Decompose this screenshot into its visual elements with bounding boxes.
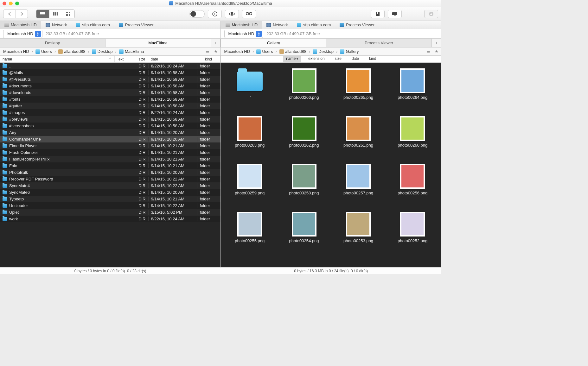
view-columns-icon[interactable] bbox=[49, 10, 62, 18]
nav-forward[interactable] bbox=[16, 10, 28, 18]
sort-date[interactable]: date bbox=[348, 56, 362, 62]
info-button[interactable]: i bbox=[208, 10, 222, 18]
file-size: DIR bbox=[128, 130, 148, 135]
col-name[interactable]: name⌃ bbox=[0, 56, 115, 62]
breadcrumb-segment[interactable]: Users bbox=[35, 49, 52, 54]
grid-item[interactable]: photo00253.png bbox=[333, 212, 384, 258]
drive-selector-left[interactable]: Macintosh HD bbox=[3, 30, 42, 38]
pane-tab[interactable]: Desktop bbox=[0, 39, 105, 47]
grid-item[interactable]: photo00260.png bbox=[387, 116, 438, 162]
breadcrumb-segment[interactable]: Gallery bbox=[340, 49, 359, 54]
breadcrumb-segment[interactable]: Desktop bbox=[92, 49, 113, 54]
pane-tab[interactable]: MacEltima bbox=[105, 39, 211, 47]
file-row[interactable]: Recover PDF PasswordDIR9/14/15, 10:22 AM… bbox=[0, 176, 220, 182]
file-row[interactable]: @PressKitsDIR9/14/15, 10:58 AMfolder bbox=[0, 76, 220, 83]
grid-item[interactable]: photo00258.png bbox=[278, 164, 329, 210]
grid-item[interactable]: photo00261.png bbox=[333, 116, 384, 162]
grid-item[interactable]: photo00262.png bbox=[278, 116, 329, 162]
file-row[interactable]: UpletDIR3/15/16, 5:02 PMfolder bbox=[0, 209, 220, 216]
pane-tab[interactable]: Gallery bbox=[221, 39, 327, 47]
file-row[interactable]: #previewsDIR9/14/15, 10:58 AMfolder bbox=[0, 116, 220, 123]
grid-item[interactable]: photo00259.png bbox=[224, 164, 275, 210]
file-row[interactable]: TypeetoDIR9/14/15, 10:21 AMfolder bbox=[0, 196, 220, 202]
file-date: 9/14/15, 10:58 AM bbox=[148, 123, 197, 128]
file-row[interactable]: #fontsDIR9/14/15, 10:58 AMfolder bbox=[0, 96, 220, 103]
view-grid-icon[interactable] bbox=[62, 10, 74, 18]
grid-item[interactable]: photo00252.png bbox=[387, 212, 438, 258]
favorite-icon[interactable]: ★ bbox=[213, 49, 219, 54]
view-list-icon[interactable] bbox=[36, 10, 49, 18]
shortcut-sftp-eltima-com[interactable]: sftp.eltima.com bbox=[71, 21, 114, 29]
shortcut-process-viewer[interactable]: Process Viewer bbox=[335, 21, 379, 29]
connection-button[interactable] bbox=[388, 10, 402, 18]
grid-item[interactable]: photo00256.png bbox=[387, 164, 438, 210]
grid-item[interactable]: .. bbox=[224, 68, 275, 114]
archive-button[interactable] bbox=[371, 10, 385, 18]
grid-item[interactable]: photo00255.png bbox=[224, 212, 275, 258]
shortcut-label: Macintosh HD bbox=[11, 22, 37, 27]
favorite-icon[interactable]: ★ bbox=[434, 49, 439, 54]
file-row[interactable]: #downloadsDIR9/14/15, 10:58 AMfolder bbox=[0, 89, 220, 96]
file-row[interactable]: workDIR8/22/16, 10:24 AMfolder bbox=[0, 216, 220, 222]
grid-item[interactable]: photo00254.png bbox=[278, 212, 329, 258]
pane-tab[interactable]: Process Viewer bbox=[326, 39, 432, 47]
shortcut-network[interactable]: Network bbox=[41, 21, 72, 29]
folder-icon bbox=[3, 98, 7, 101]
shortcut-network[interactable]: Network bbox=[262, 21, 292, 29]
col-size[interactable]: size bbox=[128, 56, 148, 62]
grid-item[interactable]: photo00265.png bbox=[333, 68, 384, 114]
file-row[interactable]: Elmedia PlayerDIR9/14/15, 10:21 AMfolder bbox=[0, 142, 220, 149]
grid-item[interactable]: photo00263.png bbox=[224, 116, 275, 162]
file-row[interactable]: PhotoBulkDIR9/14/15, 10:20 AMfolder bbox=[0, 169, 220, 176]
breadcrumb-left[interactable]: Macintosh HD›Users›allantodd88›Desktop›M… bbox=[2, 49, 202, 54]
breadcrumb-segment[interactable]: Macintosh HD bbox=[2, 49, 29, 54]
queue-button[interactable] bbox=[424, 10, 438, 18]
drive-selector-right[interactable]: Macintosh HD bbox=[224, 30, 264, 38]
shortcut-label: Network bbox=[52, 22, 67, 27]
breadcrumb-segment[interactable]: Users bbox=[256, 49, 273, 54]
file-row[interactable]: SyncMate4DIR9/14/15, 10:22 AMfolder bbox=[0, 182, 220, 189]
file-row[interactable]: ..DIR8/22/16, 10:24 AMfolder bbox=[0, 63, 220, 69]
sort-size[interactable]: size bbox=[332, 56, 345, 62]
history-icon[interactable]: ☰ bbox=[425, 49, 431, 54]
add-tab-button[interactable]: + bbox=[432, 39, 441, 47]
file-row[interactable]: #gutterDIR9/14/15, 10:58 AMfolder bbox=[0, 103, 220, 109]
shortcut-process-viewer[interactable]: Process Viewer bbox=[114, 21, 158, 29]
breadcrumb-segment[interactable]: allantodd88 bbox=[58, 49, 85, 54]
file-row[interactable]: Commander OneDIR9/14/15, 10:20 AMfolder bbox=[0, 136, 220, 142]
shortcut-macintosh-hd[interactable]: Macintosh HD bbox=[221, 21, 262, 29]
file-row[interactable]: AiryDIR9/14/15, 10:20 AMfolder bbox=[0, 129, 220, 136]
drive-row: Macintosh HD 202.33 GB of 499.07 GB free… bbox=[0, 29, 441, 39]
col-ext[interactable]: ext bbox=[115, 56, 128, 62]
quicklook-button[interactable] bbox=[225, 10, 239, 18]
hidden-files-toggle[interactable] bbox=[189, 10, 205, 18]
breadcrumb-right[interactable]: Macintosh HD›Users›allantodd88›Desktop›G… bbox=[223, 49, 423, 54]
file-row[interactable]: FlashDecompilerTrillixDIR9/14/15, 10:21 … bbox=[0, 156, 220, 162]
shortcut-sftp-eltima-com[interactable]: sftp.eltima.com bbox=[292, 21, 335, 29]
file-row[interactable]: SyncMate6DIR9/14/15, 10:20 AMfolder bbox=[0, 189, 220, 196]
breadcrumb-segment[interactable]: allantodd88 bbox=[279, 49, 306, 54]
history-icon[interactable]: ☰ bbox=[205, 49, 210, 54]
grid-item[interactable]: photo00264.png bbox=[387, 68, 438, 114]
file-row[interactable]: #screenshotsDIR9/14/15, 10:58 AMfolder bbox=[0, 123, 220, 129]
breadcrumb-segment[interactable]: Macintosh HD bbox=[223, 49, 250, 54]
file-row[interactable]: FolxDIR9/14/15, 10:21 AMfolder bbox=[0, 162, 220, 169]
sort-name[interactable]: name▾ bbox=[283, 56, 301, 62]
sort-extension[interactable]: extension bbox=[305, 56, 328, 62]
file-row[interactable]: #imagesDIR8/22/16, 10:24 AMfolder bbox=[0, 109, 220, 116]
file-row[interactable]: @MailsDIR9/14/15, 10:58 AMfolder bbox=[0, 69, 220, 76]
col-kind[interactable]: kind bbox=[197, 56, 220, 62]
col-date[interactable]: date bbox=[148, 56, 197, 62]
breadcrumb-segment[interactable]: MacEltima bbox=[119, 49, 144, 54]
sort-kind[interactable]: kind bbox=[366, 56, 379, 62]
grid-item[interactable]: photo00266.png bbox=[278, 68, 329, 114]
file-row[interactable]: #documentsDIR9/14/15, 10:58 AMfolder bbox=[0, 83, 220, 89]
grid-item[interactable]: photo00257.png bbox=[333, 164, 384, 210]
file-row[interactable]: UnclouderDIR9/14/15, 10:22 AMfolder bbox=[0, 202, 220, 209]
add-tab-button[interactable]: + bbox=[211, 39, 220, 47]
nav-back[interactable] bbox=[3, 10, 16, 18]
file-row[interactable]: Flash OptimizerDIR9/14/15, 10:21 AMfolde… bbox=[0, 149, 220, 156]
shortcut-macintosh-hd[interactable]: Macintosh HD bbox=[0, 21, 41, 29]
search-button[interactable] bbox=[242, 10, 256, 18]
breadcrumb-segment[interactable]: Desktop bbox=[313, 49, 334, 54]
